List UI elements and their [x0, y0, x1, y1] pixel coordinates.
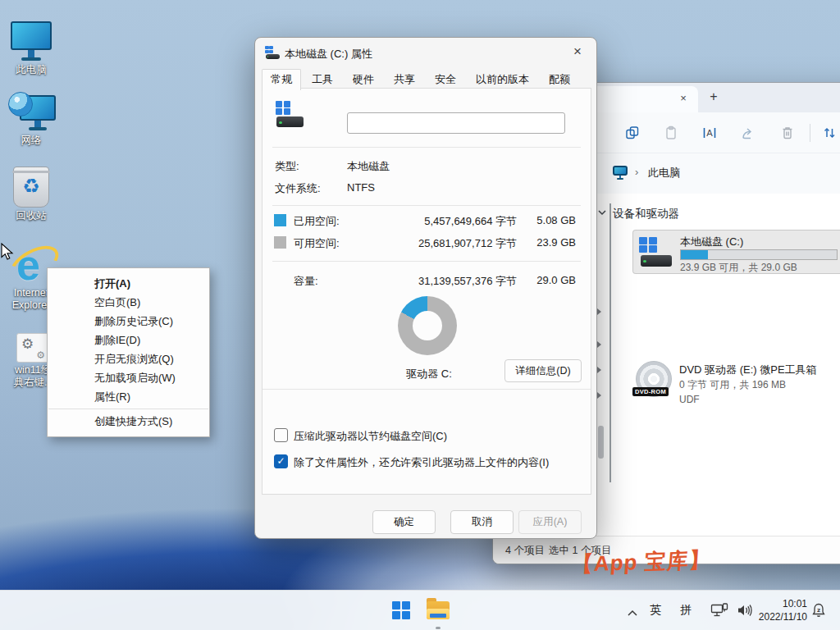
close-icon[interactable]: ×	[568, 43, 587, 61]
apply-button[interactable]: 应用(A)	[518, 510, 582, 534]
tab-tools[interactable]: 工具	[303, 69, 342, 89]
desktop-icon-label: 网络	[0, 135, 62, 147]
taskbar-clock[interactable]: 10:01 2022/11/10	[745, 597, 807, 623]
compress-checkbox[interactable]	[274, 428, 288, 442]
rename-icon[interactable]: A	[699, 122, 720, 144]
drive-name: 本地磁盘 (C:)	[680, 235, 743, 249]
watermark-text: 【App 宝库】	[571, 546, 712, 579]
tab-general[interactable]: 常规	[262, 69, 301, 90]
index-checkbox[interactable]: ✓	[274, 454, 288, 468]
tree-expand-icon[interactable]	[597, 308, 601, 315]
section-header[interactable]: 设备和驱动器	[613, 207, 679, 221]
taskbar: 英 拼 10:01 2022/11/10 z	[0, 590, 840, 630]
status-item-count: 4 个项目	[505, 544, 545, 558]
breadcrumb[interactable]: 此电脑	[648, 166, 680, 180]
running-app-indicator	[436, 627, 441, 629]
language-indicator[interactable]: 英	[650, 603, 661, 618]
toolbar-divider	[810, 124, 810, 142]
scrollbar-track[interactable]	[609, 203, 611, 482]
free-space-size: 23.9 GB	[536, 236, 576, 249]
clock-date: 2022/11/10	[745, 610, 807, 623]
computer-icon	[11, 21, 52, 64]
dialog-title: 本地磁盘 (C:) 属性	[285, 47, 372, 62]
drive-icon	[275, 101, 304, 127]
desktop-icon-recycle-bin[interactable]: ♻ 回收站	[0, 167, 62, 222]
ok-button[interactable]: 确定	[372, 510, 436, 534]
index-checkbox-label: 除了文件属性外，还允许索引此驱动器上文件的内容(I)	[294, 455, 549, 470]
share-icon[interactable]	[737, 122, 759, 144]
tab-security[interactable]: 安全	[426, 69, 465, 89]
menu-item-no-addons[interactable]: 无加载项启动(W)	[48, 368, 209, 387]
drive-caption: 驱动器 C:	[392, 367, 466, 381]
svg-text:A: A	[706, 128, 713, 139]
capacity-size: 29.0 GB	[536, 274, 576, 286]
tree-expand-icon[interactable]	[597, 341, 601, 348]
capacity-bytes: 31,139,557,376 字节	[418, 274, 517, 289]
desktop-icon-this-pc[interactable]: 此电脑	[0, 21, 62, 76]
context-menu: 打开(A) 空白页(B) 删除历史记录(C) 删除IE(D) 开启无痕浏览(Q)…	[47, 267, 210, 437]
menu-item-open[interactable]: 打开(A)	[48, 274, 209, 293]
menu-item-blank-page[interactable]: 空白页(B)	[48, 293, 209, 312]
scrollbar-thumb[interactable]	[598, 426, 604, 459]
section-chevron-icon	[598, 209, 606, 216]
this-pc-icon	[613, 166, 628, 180]
menu-separator	[48, 409, 208, 409]
notification-bell-icon[interactable]: z	[810, 602, 827, 622]
details-button[interactable]: 详细信息(D)	[504, 359, 582, 382]
desktop-icon-label: 此电脑	[0, 64, 62, 76]
drive-name: DVD 驱动器 (E:) 微PE工具箱	[679, 363, 817, 377]
menu-item-properties[interactable]: 属性(R)	[48, 387, 209, 406]
tree-expand-icon[interactable]	[597, 392, 601, 399]
divider	[272, 147, 581, 148]
divider	[262, 389, 591, 390]
used-space-swatch	[274, 214, 286, 226]
capacity-label: 容量:	[294, 274, 318, 289]
drive-info: 23.9 GB 可用，共 29.0 GB	[680, 261, 797, 275]
desktop-icon-label: 回收站	[0, 210, 62, 222]
properties-dialog: 本地磁盘 (C:) 属性 × 常规 工具 硬件 共享 安全 以前的版本 配额 类…	[254, 37, 597, 539]
drive-info: 0 字节 可用，共 196 MB	[679, 378, 786, 392]
mouse-cursor	[1, 243, 14, 264]
copy-icon[interactable]	[622, 122, 643, 144]
menu-item-create-shortcut[interactable]: 创建快捷方式(S)	[48, 412, 209, 431]
cancel-button[interactable]: 取消	[450, 510, 514, 534]
network-icon	[0, 92, 62, 135]
drive-usage-bar	[680, 249, 838, 260]
volume-label-input[interactable]	[347, 112, 565, 134]
dialog-tabs: 常规 工具 硬件 共享 安全 以前的版本 配额	[262, 69, 579, 89]
filesystem-value: NTFS	[347, 181, 375, 194]
new-tab-icon[interactable]: +	[706, 89, 721, 104]
tab-hardware[interactable]: 硬件	[344, 69, 383, 89]
drive-item-dvd[interactable]: DVD-ROM DVD 驱动器 (E:) 微PE工具箱 0 字节 可用，共 19…	[632, 361, 840, 405]
tab-sharing[interactable]: 共享	[385, 69, 424, 89]
sort-icon[interactable]	[819, 122, 840, 144]
free-space-bytes: 25,681,907,712 字节	[418, 236, 517, 251]
explorer-tab[interactable]: ×	[590, 86, 698, 112]
used-space-bytes: 5,457,649,664 字节	[424, 214, 517, 229]
ime-indicator[interactable]: 拼	[680, 603, 692, 618]
drive-usage-fill	[681, 250, 708, 259]
dvd-rom-badge: DVD-ROM	[632, 387, 669, 396]
drive-icon	[265, 46, 280, 59]
type-label: 类型:	[275, 159, 299, 174]
menu-item-delete-ie[interactable]: 删除IE(D)	[48, 331, 209, 349]
chevron-up-icon[interactable]	[627, 605, 638, 620]
used-space-label: 已用空间:	[294, 214, 340, 229]
menu-item-inprivate[interactable]: 开启无痕浏览(Q)	[48, 349, 209, 368]
menu-item-delete-history[interactable]: 删除历史记录(C)	[48, 312, 209, 331]
tree-expand-icon[interactable]	[597, 367, 601, 373]
clock-time: 10:01	[745, 597, 807, 610]
tab-previous-versions[interactable]: 以前的版本	[467, 69, 538, 89]
start-button[interactable]	[392, 601, 410, 619]
tab-quota[interactable]: 配额	[540, 69, 579, 89]
drive-item-c[interactable]: 本地磁盘 (C:) 23.9 GB 可用，共 29.0 GB	[632, 230, 840, 274]
tab-close-icon[interactable]: ×	[677, 92, 690, 105]
delete-icon[interactable]	[777, 122, 798, 144]
drive-filesystem: UDF	[679, 394, 700, 405]
desktop-screen: 此电脑 网络 ♻ 回收站 e Internet Explorer ⚙⚙ win1…	[0, 0, 840, 630]
network-tray-icon[interactable]	[710, 603, 728, 621]
paste-icon[interactable]	[660, 122, 682, 144]
file-explorer-taskbar-icon[interactable]	[427, 601, 450, 619]
desktop-icon-network[interactable]: 网络	[0, 92, 62, 147]
divider	[272, 261, 581, 262]
